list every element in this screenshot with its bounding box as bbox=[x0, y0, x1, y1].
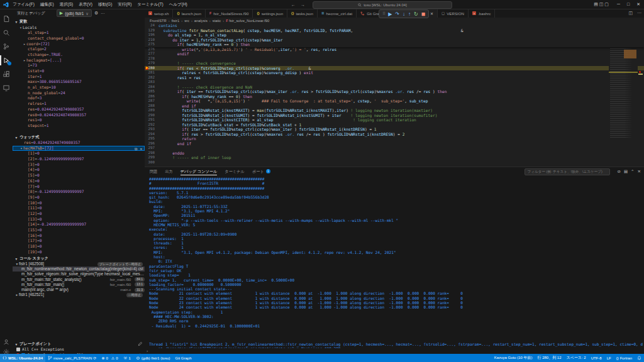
panel-tab-問題[interactable]: 問題 bbox=[150, 167, 157, 175]
variables-section-header[interactable]: ▾ 変数 bbox=[13, 19, 145, 25]
git-branch-status[interactable]: move_calc_PLSTRAIN ⟳ bbox=[45, 354, 99, 362]
code-line[interactable]: 287 write( *,'(a,i5,a,i5)') ' ### Fail t… bbox=[145, 99, 644, 104]
panel-tab-ターミナル[interactable]: ターミナル bbox=[225, 167, 245, 175]
stack-frame-row[interactable]: main(int argc, char ** argv)main.c31:3 bbox=[13, 287, 145, 292]
menu-item[interactable]: 表示(V) bbox=[79, 2, 92, 8]
panel-tab-デバッグ-コンソール[interactable]: デバッグ コンソール bbox=[180, 167, 218, 175]
panel-tab-ポート[interactable]: ポート1 bbox=[252, 167, 270, 175]
thread-row[interactable]: ▾fistr1 [462508]ブレークポイントで一時停止 bbox=[13, 261, 145, 266]
language-mode-status[interactable]: {} Fortran bbox=[614, 354, 635, 362]
variable-row[interactable]: ctchange = .TRUE. bbox=[13, 52, 145, 58]
code-line[interactable]: 288 end if bbox=[145, 104, 644, 109]
code-line[interactable]: 292 fstrSOLID%CutBack_stat = fstrSOLID%C… bbox=[145, 123, 644, 128]
layout-toggle-icons[interactable]: ▤ ◫ ▢ bbox=[594, 2, 609, 7]
code-line[interactable]: 210 do iter = 1,fstrSOLID%step_ctrl(cste… bbox=[145, 38, 644, 43]
menu-item[interactable]: ターミナル(T) bbox=[137, 2, 163, 8]
debug-continue-icon[interactable]: ▶ bbox=[388, 11, 392, 17]
stack-frame-row[interactable]: m_fstr_nonlinearmethod::fstr_newton_cont… bbox=[13, 266, 145, 272]
edit-pencil-icon[interactable] bbox=[138, 342, 142, 346]
menu-item[interactable]: 実行(R) bbox=[118, 2, 131, 8]
panel-action-icon[interactable]: ⊘ bbox=[617, 169, 620, 173]
code-line[interactable]: 294 if( res > fstrSOLID%step_ctrl(cstep)… bbox=[145, 132, 644, 137]
code-line[interactable]: 295 return bbox=[145, 136, 644, 141]
debug-console-output[interactable]: ########################################… bbox=[149, 177, 643, 348]
code-line[interactable]: 129 subroutine fstr_Newton_contactALag( … bbox=[145, 28, 644, 33]
editor-tab-hecmw-ctrl-dat[interactable]: ≣hecmw_ctrl.dat bbox=[318, 9, 357, 18]
variable-row[interactable]: res0 = 0.024429248749080357 bbox=[13, 112, 145, 118]
code-line[interactable]: 300 bbox=[145, 160, 644, 165]
blame-status[interactable]: Kazuya Goto (10 年前) bbox=[492, 354, 535, 362]
code-line[interactable]: 289 fstrSOLID%NRstat_i(knstMAXIT) = max(… bbox=[145, 108, 644, 113]
explorer-icon[interactable] bbox=[0, 13, 13, 25]
git-graph-status[interactable]: Git Graph bbox=[173, 354, 194, 362]
watch-array-element-row[interactable]: [6] = 0 bbox=[13, 178, 145, 184]
panel-action-icon[interactable]: ⌃ bbox=[631, 169, 634, 173]
variable-row[interactable]: iter = 1 bbox=[13, 74, 145, 80]
debug-config-dropdown[interactable]: ▶ (gdb) fistr1 ∨ bbox=[57, 9, 92, 17]
variable-row[interactable]: contact_changed_global = 0 bbox=[13, 36, 145, 41]
watch-array-element-row[interactable]: [4] = 0 bbox=[13, 167, 145, 173]
debug-step-over-icon[interactable]: ↷ bbox=[395, 11, 399, 17]
variable-row[interactable]: stepcnt = 1 bbox=[13, 123, 145, 129]
editor-more-actions-icon[interactable]: ⋯ bbox=[637, 11, 641, 16]
breadcrumb[interactable]: FrontISTR›fistr1›src›analysis›static›F f… bbox=[145, 18, 644, 23]
code-line[interactable]: 281 relres < fstrSOLID%step_ctrl(cstep)%… bbox=[145, 70, 644, 75]
watch-array-element-row[interactable]: [16] = 0 bbox=[13, 233, 145, 239]
split-editor-icon[interactable]: ◫ bbox=[628, 11, 633, 16]
menu-item[interactable]: ヘルプ(H) bbox=[169, 2, 187, 8]
variable-row[interactable]: n_node_global = 24 bbox=[13, 90, 145, 96]
code-line[interactable]: 290 fstrSOLID%NRstat_i(knstSUMIT) = fstr… bbox=[145, 113, 644, 118]
forwarded-ports-status[interactable]: 1 bbox=[121, 354, 133, 362]
watch-array-element-row[interactable]: [17] = 0 bbox=[13, 238, 145, 244]
code-line[interactable]: 286 if( hecMESH%my_rank == 0) then bbox=[145, 94, 644, 99]
debug-step-out-icon[interactable]: ↑ bbox=[408, 11, 411, 17]
panel-tab-出力[interactable]: 出力 bbox=[165, 167, 172, 175]
window-controls[interactable]: ─□✕ bbox=[617, 2, 640, 7]
watch-expression-row[interactable]: res = 0.024429248749080357 bbox=[13, 140, 145, 146]
stack-frame-row[interactable]: m_fstr_solve_nlgeom::fstr_solve_nlgeom(T… bbox=[13, 272, 145, 277]
toolbar-drag-handle[interactable]: ⠿ bbox=[382, 11, 385, 16]
editor-tab-settings-json[interactable]: {}settings.json bbox=[253, 9, 287, 18]
editor-tab-version[interactable]: ▢VERSION bbox=[438, 9, 469, 18]
extensions-icon[interactable] bbox=[0, 68, 13, 80]
code-line[interactable]: 275 if( hecMESH%my_rank == 0 ) then bbox=[145, 42, 644, 47]
breakpoints-section-header[interactable]: ▾ ブレークポイント bbox=[13, 341, 145, 347]
editor-tab--bashrc[interactable]: ›.bashrc bbox=[469, 9, 495, 18]
watch-array-element-row[interactable]: [9] = 0 bbox=[13, 195, 145, 200]
variable-row[interactable]: res1 = 0 bbox=[13, 118, 145, 123]
code-line[interactable]: 279 ! ----- check convergence bbox=[145, 61, 644, 66]
debug-gear-icon[interactable]: ⚙ bbox=[94, 11, 98, 16]
menu-item[interactable]: 移動(G) bbox=[98, 2, 112, 8]
watch-array-element-row[interactable]: [14] = -0.24999999999999997 bbox=[13, 222, 145, 228]
variable-row[interactable]: ▸heclagmat = [...] bbox=[13, 58, 145, 63]
variable-row[interactable]: maxv = 380.06695156695167 bbox=[13, 79, 145, 85]
watch-row-actions[interactable]: ⧉✕ bbox=[135, 146, 142, 151]
breadcrumb-item[interactable]: static bbox=[213, 19, 221, 23]
code-line-current[interactable]: 280 if( res < fstrSOLID%step_ctrl(cstep)… bbox=[145, 66, 644, 71]
code-line[interactable]: 297 bbox=[145, 146, 644, 151]
editor-tab-setup-sh[interactable]: ›setup.sh bbox=[145, 9, 173, 18]
code-line[interactable]: 282 res1 = res bbox=[145, 75, 644, 80]
watch-array-element-row[interactable]: [2] = -0.12499999999999997 bbox=[13, 156, 145, 162]
variable-row[interactable]: ndof = 3 bbox=[13, 96, 145, 101]
code-line[interactable]: 285 if( iter == fstrSOLID%step_ctrl(cste… bbox=[145, 89, 644, 94]
debug-step-into-icon[interactable]: ↓ bbox=[402, 11, 405, 17]
debug-session-status[interactable]: (gdb) fistr1 (tosu) bbox=[133, 354, 173, 362]
debug-restart-icon[interactable]: ↻ bbox=[414, 11, 418, 17]
console-filter-input[interactable] bbox=[525, 168, 610, 175]
code-line[interactable]: 299 ! ----- end of inner loop bbox=[145, 155, 644, 160]
breadcrumb-item[interactable]: analysis bbox=[194, 19, 208, 23]
editor-tab-tasks-json[interactable]: {}tasks.json bbox=[287, 9, 318, 18]
editor-tab-launch-json[interactable]: {}launch.json bbox=[173, 9, 206, 18]
panel-action-icon[interactable]: ✕ bbox=[638, 169, 641, 173]
problems-status[interactable]: ⊗0 ⚠0 bbox=[99, 354, 120, 362]
encoding-status[interactable]: UTF-8 bbox=[589, 354, 604, 362]
watch-expression-row[interactable]: ▾hecMAT%B = [72]⧉✕ bbox=[13, 146, 145, 151]
call-stack-section-header[interactable]: ▾ コール スタック bbox=[13, 256, 145, 261]
watch-section-header[interactable]: ▾ ウォッチ式 bbox=[13, 134, 145, 140]
breadcrumb-item[interactable]: FrontISTR bbox=[150, 19, 167, 23]
code-line[interactable]: 196 do al_step = 1, n_al_step bbox=[145, 33, 644, 38]
nav-forward-icon[interactable]: → bbox=[301, 3, 305, 7]
code-line[interactable]: 284 ! ----- check divergence and NaN bbox=[145, 85, 644, 90]
breadcrumb-item[interactable]: src bbox=[184, 19, 189, 23]
